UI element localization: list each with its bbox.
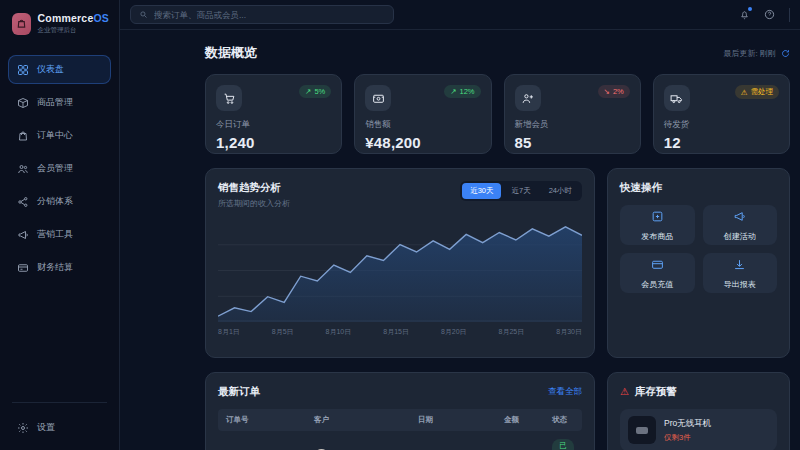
order-status-badge: 已支付 <box>552 439 574 450</box>
sidebar-divider <box>12 402 107 403</box>
kpi-card[interactable]: ↗ 5% 今日订单 1,240 <box>205 74 342 154</box>
trend-value: 需处理 <box>751 87 774 97</box>
dashboard-icon <box>17 64 29 76</box>
sidebar-item-settings[interactable]: 设置 <box>8 413 111 442</box>
cart-icon <box>216 85 242 111</box>
brand: CommerceOS 企业管理后台 <box>0 0 119 49</box>
page-title: 数据概览 <box>205 44 257 62</box>
distribution-icon <box>17 196 29 208</box>
sidebar-item[interactable]: 营销工具 <box>8 220 111 249</box>
sales-chart <box>218 219 582 322</box>
kpi-cards: ↗ 5% 今日订单 1,240 ↗ 12% <box>205 74 790 154</box>
x-tick: 8月5日 <box>272 327 294 337</box>
members-icon <box>17 163 29 175</box>
sidebar-item-label: 财务结算 <box>37 261 73 274</box>
x-tick: 8月30日 <box>556 327 582 337</box>
quick-action-label: 创建活动 <box>724 231 756 242</box>
x-tick: 8月10日 <box>326 327 352 337</box>
sidebar-item[interactable]: 仪表盘 <box>8 55 111 84</box>
range-option[interactable]: 近7天 <box>503 183 538 199</box>
marketing-icon <box>17 229 29 241</box>
sidebar-item[interactable]: 商品管理 <box>8 88 111 117</box>
quick-action-button[interactable]: 导出报表 <box>703 253 778 293</box>
sales-chart-svg <box>218 219 582 322</box>
last-updated-text: 最后更新: 刚刚 <box>724 48 776 59</box>
commerceos-app: CommerceOS 企业管理后台 仪表盘 商品管理 订单中心 <box>0 0 800 450</box>
chart-title: 销售趋势分析 <box>218 181 290 195</box>
refresh-icon[interactable] <box>781 49 790 58</box>
sidebar-item-label: 设置 <box>37 421 55 434</box>
export-report-icon <box>733 257 746 275</box>
trend-badge: ↘ 2% <box>598 85 630 98</box>
orders-title: 最新订单 <box>218 385 260 399</box>
kpi-value: 12 <box>664 134 779 151</box>
orders-table-body: #ORD-00921 👤 J. Smith 2023-10-24 ¥120.50… <box>218 431 582 450</box>
quick-action-button[interactable]: 创建活动 <box>703 205 778 245</box>
quick-action-label: 发布商品 <box>641 231 673 242</box>
dashboard-content: 数据概览 最后更新: 刚刚 ↗ 5% <box>120 30 800 450</box>
stock-alert-card: ⚠ 库存预警 Pro无线耳机 仅剩3件 <box>607 372 790 450</box>
global-search[interactable] <box>130 5 394 24</box>
orders-table-header: 订单号客户日期金额状态 <box>218 409 582 431</box>
x-tick: 8月1日 <box>218 327 240 337</box>
brand-logo-icon <box>12 13 31 35</box>
product-thumbnail <box>628 416 656 444</box>
sidebar-nav: 仪表盘 商品管理 订单中心 会员管理 <box>0 49 119 288</box>
column-header: 客户 <box>314 415 418 425</box>
x-tick: 8月15日 <box>383 327 409 337</box>
earbuds-icon <box>636 427 648 434</box>
trend-badge: ↗ 12% <box>444 85 480 98</box>
quick-action-button[interactable]: 会员充值 <box>620 253 695 293</box>
trend-arrow-icon: ↗ <box>450 87 456 96</box>
trend-arrow-icon: ↗ <box>305 87 311 96</box>
brand-subtitle: 企业管理后台 <box>38 26 109 35</box>
help-icon[interactable] <box>764 9 775 20</box>
sidebar-item[interactable]: 分销体系 <box>8 187 111 216</box>
chart-subtitle: 所选期间的收入分析 <box>218 198 290 209</box>
kpi-card[interactable]: ↘ 2% 新增会员 85 <box>504 74 641 154</box>
user-plus-icon <box>515 85 541 111</box>
sidebar-item-label: 订单中心 <box>37 129 73 142</box>
order-row[interactable]: #ORD-00921 👤 J. Smith 2023-10-24 ¥120.50… <box>218 431 582 450</box>
kpi-label: 销售额 <box>365 119 480 131</box>
kpi-value: 85 <box>515 134 630 151</box>
trend-value: 5% <box>314 87 325 96</box>
kpi-card[interactable]: ⚠ 需处理 待发货 12 <box>653 74 790 154</box>
trend-value: 12% <box>459 87 474 96</box>
kpi-card[interactable]: ↗ 12% 销售额 ¥48,200 <box>354 74 491 154</box>
sidebar-item[interactable]: 订单中心 <box>8 121 111 150</box>
quick-actions-card: 快速操作 发布商品 创建活动 <box>607 168 790 358</box>
brand-name: CommerceOS <box>38 12 109 24</box>
quick-action-label: 导出报表 <box>724 279 756 290</box>
trend-badge: ⚠ 需处理 <box>735 85 779 99</box>
truck-icon <box>664 85 690 111</box>
range-option[interactable]: 近30天 <box>462 183 501 199</box>
column-header: 订单号 <box>226 415 314 425</box>
quick-action-button[interactable]: 发布商品 <box>620 205 695 245</box>
sidebar-item[interactable]: 财务结算 <box>8 253 111 282</box>
member-topup-icon <box>651 257 664 275</box>
search-input[interactable] <box>154 10 385 20</box>
finance-icon <box>17 262 29 274</box>
kpi-value: 1,240 <box>216 134 331 151</box>
stock-warning-text: 仅剩3件 <box>664 433 711 443</box>
stock-alert-item[interactable]: Pro无线耳机 仅剩3件 <box>620 409 777 450</box>
sidebar: CommerceOS 企业管理后台 仪表盘 商品管理 订单中心 <box>0 0 120 450</box>
orders-icon <box>17 130 29 142</box>
trend-value: 2% <box>613 87 624 96</box>
column-header: 金额 <box>504 415 552 425</box>
wallet-icon <box>365 85 391 111</box>
sidebar-item-label: 分销体系 <box>37 195 73 208</box>
range-option[interactable]: 24小时 <box>541 183 580 199</box>
notification-dot <box>748 7 752 11</box>
sidebar-item[interactable]: 会员管理 <box>8 154 111 183</box>
sales-trend-card: 销售趋势分析 所选期间的收入分析 近30天 近7天 24小时 <box>205 168 595 358</box>
notification-bell-icon[interactable] <box>739 9 750 20</box>
sidebar-item-label: 营销工具 <box>37 228 73 241</box>
view-all-link[interactable]: 查看全部 <box>548 386 582 398</box>
main-area: 数据概览 最后更新: 刚刚 ↗ 5% <box>120 0 800 450</box>
product-name: Pro无线耳机 <box>664 418 711 430</box>
quick-actions-title: 快速操作 <box>620 181 777 195</box>
kpi-label: 待发货 <box>664 119 779 131</box>
add-product-icon <box>651 209 664 227</box>
